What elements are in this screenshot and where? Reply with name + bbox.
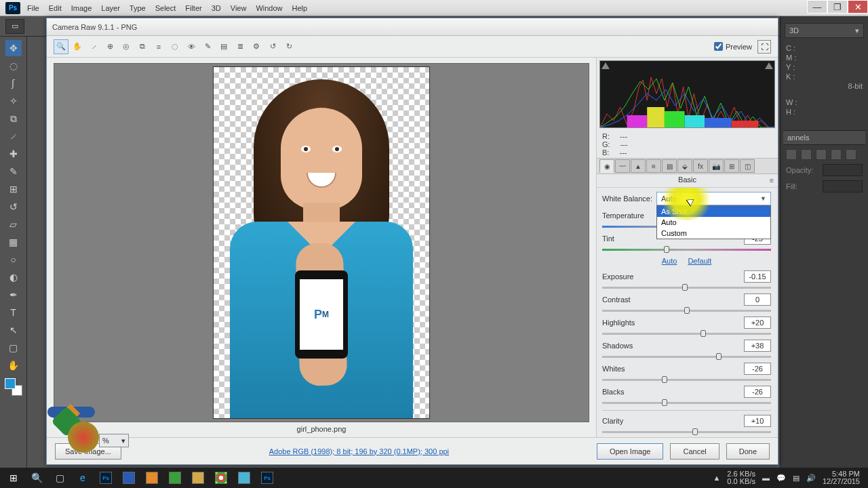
- color-sampler-icon[interactable]: ⊕: [102, 39, 117, 54]
- tab-split[interactable]: ▤: [662, 159, 677, 173]
- panel-icon[interactable]: [816, 149, 827, 160]
- crop-icon[interactable]: ⧉: [135, 39, 150, 54]
- fill-field[interactable]: [823, 180, 863, 192]
- rotate-ccw-icon[interactable]: ↺: [265, 39, 280, 54]
- straighten-icon[interactable]: ≡: [151, 39, 166, 54]
- redeye-icon[interactable]: 👁: [184, 39, 199, 54]
- tab-snapshots[interactable]: ◫: [740, 159, 755, 173]
- tab-basic[interactable]: ◉: [599, 159, 614, 173]
- task-view-icon[interactable]: ▢: [49, 469, 71, 487]
- clarity-value[interactable]: +10: [744, 415, 771, 427]
- zoom-dropdown[interactable]: %▾: [99, 434, 129, 447]
- rotate-cw-icon[interactable]: ↻: [281, 39, 296, 54]
- system-tray[interactable]: ▲ 2.6 KB/s0.0 KB/s ▬ 💬 ▤ 🔊 5:48 PM12/27/…: [713, 470, 865, 485]
- contrast-value[interactable]: 0: [744, 293, 771, 306]
- wand-tool[interactable]: ✧: [5, 93, 22, 109]
- grad-filter-icon[interactable]: ▤: [216, 39, 231, 54]
- wb-picker-icon[interactable]: ⟋: [86, 39, 101, 54]
- targeted-adjust-icon[interactable]: ◎: [119, 39, 134, 54]
- type-tool[interactable]: T: [5, 304, 22, 321]
- whites-value[interactable]: -26: [744, 363, 771, 375]
- menu-type[interactable]: Type: [130, 4, 146, 12]
- network-icon[interactable]: ▤: [793, 474, 800, 483]
- menu-filter[interactable]: Filter: [185, 4, 201, 12]
- eyedropper-tool[interactable]: ⟋: [5, 128, 22, 144]
- preview-canvas[interactable]: PM: [54, 63, 589, 422]
- radial-filter-icon[interactable]: ≣: [233, 39, 248, 54]
- heal-tool[interactable]: ✚: [5, 146, 22, 162]
- opacity-field[interactable]: [823, 164, 863, 176]
- maximize-button[interactable]: ❐: [827, 0, 848, 14]
- wb-select[interactable]: Auto▼: [656, 192, 771, 205]
- volume-icon[interactable]: 🔊: [806, 474, 816, 483]
- menu-view[interactable]: View: [231, 4, 247, 12]
- panel-icon[interactable]: [846, 149, 856, 160]
- path-tool[interactable]: ↖: [5, 322, 22, 338]
- channels-tab[interactable]: annels: [783, 130, 865, 145]
- lasso-tool[interactable]: ʃ: [5, 75, 22, 92]
- prefs-icon[interactable]: ⚙: [249, 39, 264, 54]
- dodge-tool[interactable]: ◐: [5, 269, 22, 285]
- default-link[interactable]: Default: [688, 257, 711, 265]
- tab-curve[interactable]: 〰: [615, 159, 630, 173]
- edge-icon[interactable]: e: [72, 469, 94, 487]
- hand-tool[interactable]: ✋: [5, 357, 22, 373]
- tab-hsl[interactable]: ≡: [646, 159, 661, 173]
- crop-tool[interactable]: ⧉: [5, 110, 22, 127]
- panel-icon[interactable]: [801, 149, 812, 160]
- minimize-button[interactable]: —: [807, 0, 827, 14]
- menu-layer[interactable]: Layer: [101, 4, 120, 12]
- eraser-tool[interactable]: ▱: [5, 216, 22, 232]
- histogram[interactable]: [599, 60, 775, 128]
- fullscreen-icon[interactable]: ⛶: [757, 40, 771, 54]
- shadow-clip-icon[interactable]: [601, 62, 610, 69]
- history-brush-tool[interactable]: ↺: [5, 199, 22, 215]
- app-icon[interactable]: [164, 469, 186, 487]
- zoom-tool-icon[interactable]: 🔍: [54, 39, 68, 54]
- tab-fx[interactable]: fx: [693, 159, 708, 173]
- spot-removal-icon[interactable]: ◌: [167, 39, 182, 54]
- adjust-brush-icon[interactable]: ✎: [200, 39, 215, 54]
- tab-camera[interactable]: 📷: [709, 159, 724, 173]
- move-tool[interactable]: ✥: [5, 40, 22, 56]
- menu-3d[interactable]: 3D: [212, 4, 221, 12]
- tray-up-icon[interactable]: ▲: [713, 474, 720, 482]
- hand-tool-icon[interactable]: ✋: [70, 39, 85, 54]
- blur-tool[interactable]: ○: [5, 251, 22, 268]
- tab-presets[interactable]: ⊞: [724, 159, 739, 173]
- auto-link[interactable]: Auto: [662, 257, 677, 265]
- marquee-tool[interactable]: ◌: [5, 58, 22, 74]
- done-button[interactable]: Done: [726, 443, 770, 460]
- workflow-link[interactable]: Adobe RGB (1998); 8 bit; 196 by 320 (0.1…: [128, 447, 590, 455]
- gradient-tool[interactable]: ▦: [5, 234, 22, 250]
- app-icon[interactable]: [233, 469, 255, 487]
- action-center-icon[interactable]: 💬: [776, 474, 786, 483]
- shadows-value[interactable]: +38: [744, 340, 771, 352]
- menu-window[interactable]: Window: [256, 4, 282, 12]
- menu-help[interactable]: Help: [292, 4, 308, 12]
- shape-tool[interactable]: ▢: [5, 340, 22, 356]
- blacks-slider[interactable]: [602, 399, 771, 406]
- chrome-icon[interactable]: [210, 469, 232, 487]
- highlights-value[interactable]: +20: [744, 317, 771, 329]
- ps-taskbar-icon[interactable]: Ps: [95, 469, 117, 487]
- menu-file[interactable]: File: [27, 4, 39, 12]
- brush-tool[interactable]: ✎: [5, 163, 22, 180]
- ps-taskbar-icon-2[interactable]: Ps: [256, 469, 278, 487]
- wb-option-as-shot[interactable]: As Shot: [657, 206, 770, 217]
- exposure-slider[interactable]: [602, 284, 771, 291]
- shadows-slider[interactable]: [602, 353, 771, 360]
- blacks-value[interactable]: -26: [744, 386, 771, 398]
- menu-image[interactable]: Image: [71, 4, 92, 12]
- preview-checkbox[interactable]: Preview: [714, 42, 752, 51]
- menu-edit[interactable]: Edit: [49, 4, 62, 12]
- clarity-slider[interactable]: [602, 428, 771, 435]
- close-button[interactable]: ✕: [848, 0, 868, 14]
- highlights-slider[interactable]: [602, 330, 771, 337]
- tint-slider[interactable]: [602, 246, 771, 253]
- open-image-button[interactable]: Open Image: [597, 443, 664, 460]
- highlight-clip-icon[interactable]: [765, 62, 773, 69]
- stamp-tool[interactable]: ⊞: [5, 181, 22, 197]
- app-icon[interactable]: [141, 469, 163, 487]
- clock-date[interactable]: 12/27/2015: [823, 478, 860, 485]
